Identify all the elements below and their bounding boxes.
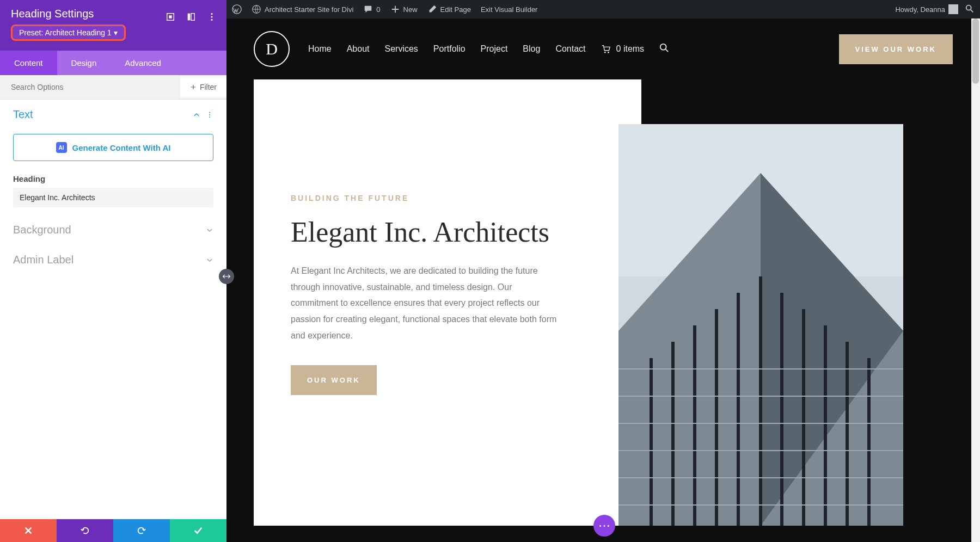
generate-ai-button[interactable]: AI Generate Content With AI — [13, 134, 213, 161]
tab-design[interactable]: Design — [57, 51, 111, 75]
svg-point-9 — [211, 19, 212, 21]
sidebar-footer — [0, 519, 226, 542]
exit-builder-label: Exit Visual Builder — [481, 5, 538, 14]
scrollbar[interactable] — [971, 19, 980, 542]
greeting-text: Howdy, Deanna — [895, 5, 945, 14]
admin-bar-right: Howdy, Deanna — [895, 4, 975, 15]
new-label: New — [403, 5, 418, 14]
svg-rect-4 — [169, 15, 171, 18]
nav-contact[interactable]: Contact — [555, 44, 585, 54]
nav-portfolio[interactable]: Portfolio — [433, 44, 465, 54]
section-adminlabel-head[interactable]: Admin Label — [0, 245, 226, 275]
hero-eyebrow: BUILDING THE FUTURE — [291, 194, 604, 202]
heading-field-label: Heading — [0, 165, 226, 188]
more-vertical-icon[interactable] — [206, 111, 213, 119]
svg-rect-5 — [188, 14, 191, 21]
tab-content[interactable]: Content — [0, 51, 57, 75]
comments-link[interactable]: 0 — [363, 4, 380, 14]
search-row: Filter — [0, 75, 226, 100]
nav-project[interactable]: Project — [481, 44, 508, 54]
hero-image — [618, 124, 903, 526]
expand-icon[interactable] — [166, 12, 175, 22]
wp-admin-bar: Architect Starter Site for Divi 0 New Ed… — [226, 0, 980, 19]
resize-handle[interactable] — [219, 269, 234, 284]
scrollthumb[interactable] — [972, 19, 979, 84]
wp-logo-icon[interactable] — [232, 4, 242, 14]
more-icon[interactable] — [207, 12, 217, 22]
edit-page-label: Edit Page — [440, 5, 471, 14]
hero-text: At Elegant Inc Architects, we are dedica… — [291, 263, 558, 343]
undo-button[interactable] — [57, 519, 113, 542]
site-name-link[interactable]: Architect Starter Site for Divi — [252, 4, 353, 14]
svg-point-8 — [211, 16, 212, 17]
chevron-up-icon[interactable] — [193, 111, 200, 119]
save-button[interactable] — [170, 519, 226, 542]
panel-body: Text AI Generate Content With AI Heading… — [0, 100, 226, 519]
sidebar-header-actions — [166, 12, 217, 22]
ai-button-label: Generate Content With AI — [72, 143, 171, 152]
section-text-title: Text — [13, 108, 33, 121]
chevron-down-icon[interactable] — [206, 226, 213, 234]
hero-section: BUILDING THE FUTURE Elegant Inc. Archite… — [226, 79, 980, 542]
view-work-button[interactable]: VIEW OUR WORK — [839, 34, 953, 64]
nav-home[interactable]: Home — [308, 44, 332, 54]
nav-about[interactable]: About — [347, 44, 370, 54]
builder-fab[interactable]: ⋯ — [593, 515, 615, 537]
search-input[interactable] — [0, 75, 180, 99]
nav-search-icon[interactable] — [659, 43, 669, 55]
sidebar-tabs: Content Design Advanced — [0, 51, 226, 75]
hero-card: BUILDING THE FUTURE Elegant Inc. Archite… — [254, 79, 641, 526]
section-text-controls — [193, 111, 213, 119]
avatar-icon — [948, 4, 958, 14]
heading-field-input[interactable] — [13, 188, 213, 207]
filter-label: Filter — [200, 83, 217, 91]
nav-blog[interactable]: Blog — [523, 44, 540, 54]
section-background-title: Background — [13, 224, 71, 236]
svg-point-10 — [209, 112, 210, 113]
comment-count: 0 — [376, 5, 380, 14]
ai-icon: AI — [56, 142, 67, 153]
svg-rect-6 — [191, 14, 194, 21]
svg-point-12 — [209, 116, 210, 118]
site-logo[interactable]: D — [254, 31, 290, 67]
new-link[interactable]: New — [390, 4, 418, 14]
exit-builder-link[interactable]: Exit Visual Builder — [481, 5, 538, 14]
preset-selector[interactable]: Preset: Architect Heading 1 ▾ — [11, 24, 126, 41]
section-background-head[interactable]: Background — [0, 215, 226, 245]
page-preview: D Home About Services Portfolio Project … — [226, 19, 980, 542]
filter-button[interactable]: Filter — [180, 76, 226, 98]
sidebar-header: Heading Settings Preset: Architect Headi… — [0, 0, 226, 51]
chevron-down-icon[interactable] — [206, 256, 213, 264]
svg-point-13 — [604, 52, 605, 53]
site-header-left: D Home About Services Portfolio Project … — [254, 31, 669, 67]
svg-point-11 — [209, 114, 210, 115]
site-header: D Home About Services Portfolio Project … — [226, 19, 980, 79]
site-name: Architect Starter Site for Divi — [265, 5, 353, 14]
cart-count: 0 items — [616, 44, 645, 54]
primary-nav: Home About Services Portfolio Project Bl… — [308, 43, 669, 55]
svg-point-14 — [608, 52, 609, 53]
layout-icon[interactable] — [186, 12, 196, 22]
tab-advanced[interactable]: Advanced — [111, 51, 175, 75]
admin-bar-left: Architect Starter Site for Divi 0 New Ed… — [232, 4, 537, 14]
our-work-button[interactable]: OUR WORK — [291, 365, 377, 395]
hero-title: Elegant Inc. Architects — [291, 217, 604, 248]
nav-services[interactable]: Services — [385, 44, 418, 54]
user-greeting[interactable]: Howdy, Deanna — [895, 4, 958, 14]
cart-link[interactable]: 0 items — [601, 44, 645, 54]
section-text-head[interactable]: Text — [0, 100, 226, 130]
svg-point-2 — [966, 5, 971, 10]
edit-page-link[interactable]: Edit Page — [427, 4, 471, 14]
svg-point-15 — [660, 44, 666, 50]
redo-button[interactable] — [113, 519, 170, 542]
settings-sidebar: Heading Settings Preset: Architect Headi… — [0, 0, 226, 542]
svg-point-7 — [211, 13, 212, 15]
search-icon[interactable] — [965, 4, 975, 15]
section-adminlabel-title: Admin Label — [13, 254, 74, 266]
cancel-button[interactable] — [0, 519, 57, 542]
